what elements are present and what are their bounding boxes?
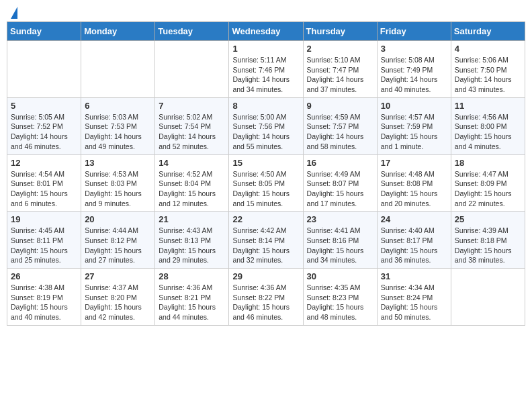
calendar-cell: 12Sunrise: 4:54 AMSunset: 8:01 PMDayligh… (7, 154, 81, 212)
day-number: 14 (159, 158, 225, 168)
day-number: 5 (11, 101, 77, 111)
day-info: Sunrise: 4:34 AMSunset: 8:24 PMDaylight:… (381, 283, 447, 322)
day-number: 15 (232, 158, 299, 168)
calendar-cell: 27Sunrise: 4:37 AMSunset: 8:20 PMDayligh… (81, 269, 155, 326)
calendar-cell: 13Sunrise: 4:53 AMSunset: 8:03 PMDayligh… (81, 154, 155, 212)
day-info: Sunrise: 4:54 AMSunset: 8:01 PMDaylight:… (11, 169, 77, 209)
calendar-cell: 9Sunrise: 4:59 AMSunset: 7:57 PMDaylight… (303, 97, 377, 154)
calendar-cell: 31Sunrise: 4:34 AMSunset: 8:24 PMDayligh… (377, 269, 451, 326)
calendar-cell: 29Sunrise: 4:36 AMSunset: 8:22 PMDayligh… (229, 269, 303, 326)
day-number: 12 (11, 158, 77, 168)
calendar-week-row: 5Sunrise: 5:05 AMSunset: 7:52 PMDaylight… (7, 97, 525, 154)
day-number: 30 (307, 271, 373, 281)
day-info: Sunrise: 5:11 AMSunset: 7:46 PMDaylight:… (232, 55, 299, 95)
day-info: Sunrise: 4:42 AMSunset: 8:14 PMDaylight:… (232, 226, 299, 265)
calendar-header-thursday: Thursday (303, 22, 377, 41)
calendar-cell (451, 269, 525, 326)
day-info: Sunrise: 5:00 AMSunset: 7:56 PMDaylight:… (232, 112, 299, 152)
calendar-header-wednesday: Wednesday (229, 22, 303, 41)
calendar-cell (155, 41, 229, 98)
calendar-cell: 19Sunrise: 4:45 AMSunset: 8:11 PMDayligh… (7, 212, 81, 269)
page-header (7, 7, 525, 16)
day-info: Sunrise: 4:50 AMSunset: 8:05 PMDaylight:… (232, 169, 299, 209)
day-info: Sunrise: 4:53 AMSunset: 8:03 PMDaylight:… (85, 169, 151, 209)
calendar-header-row: SundayMondayTuesdayWednesdayThursdayFrid… (7, 22, 525, 41)
day-info: Sunrise: 4:39 AMSunset: 8:18 PMDaylight:… (455, 226, 521, 265)
day-number: 8 (232, 101, 299, 111)
day-number: 2 (307, 44, 373, 54)
day-info: Sunrise: 4:40 AMSunset: 8:17 PMDaylight:… (381, 226, 447, 265)
day-info: Sunrise: 4:36 AMSunset: 8:22 PMDaylight:… (232, 283, 299, 322)
calendar-cell: 24Sunrise: 4:40 AMSunset: 8:17 PMDayligh… (377, 212, 451, 269)
calendar-cell: 2Sunrise: 5:10 AMSunset: 7:47 PMDaylight… (303, 41, 377, 98)
day-info: Sunrise: 4:57 AMSunset: 7:59 PMDaylight:… (381, 112, 447, 152)
calendar-cell: 15Sunrise: 4:50 AMSunset: 8:05 PMDayligh… (229, 154, 303, 212)
calendar-cell: 21Sunrise: 4:43 AMSunset: 8:13 PMDayligh… (155, 212, 229, 269)
calendar-cell: 30Sunrise: 4:35 AMSunset: 8:23 PMDayligh… (303, 269, 377, 326)
day-number: 9 (307, 101, 373, 111)
day-info: Sunrise: 4:45 AMSunset: 8:11 PMDaylight:… (11, 226, 77, 265)
day-info: Sunrise: 5:08 AMSunset: 7:49 PMDaylight:… (381, 55, 447, 95)
day-info: Sunrise: 4:44 AMSunset: 8:12 PMDaylight:… (85, 226, 151, 265)
calendar-cell: 3Sunrise: 5:08 AMSunset: 7:49 PMDaylight… (377, 41, 451, 98)
calendar-cell: 8Sunrise: 5:00 AMSunset: 7:56 PMDaylight… (229, 97, 303, 154)
calendar-cell: 7Sunrise: 5:02 AMSunset: 7:54 PMDaylight… (155, 97, 229, 154)
calendar-cell: 28Sunrise: 4:36 AMSunset: 8:21 PMDayligh… (155, 269, 229, 326)
calendar-week-row: 26Sunrise: 4:38 AMSunset: 8:19 PMDayligh… (7, 269, 525, 326)
calendar-week-row: 1Sunrise: 5:11 AMSunset: 7:46 PMDaylight… (7, 41, 525, 98)
day-number: 19 (11, 214, 77, 224)
day-number: 23 (307, 214, 373, 224)
day-info: Sunrise: 4:47 AMSunset: 8:09 PMDaylight:… (455, 169, 521, 209)
calendar-cell: 11Sunrise: 4:56 AMSunset: 8:00 PMDayligh… (451, 97, 525, 154)
calendar-header-sunday: Sunday (7, 22, 81, 41)
day-info: Sunrise: 4:59 AMSunset: 7:57 PMDaylight:… (307, 112, 373, 152)
day-number: 31 (381, 271, 447, 281)
day-number: 24 (381, 214, 447, 224)
day-number: 16 (307, 158, 373, 168)
calendar-header-saturday: Saturday (451, 22, 525, 41)
calendar-header-tuesday: Tuesday (155, 22, 229, 41)
day-number: 1 (232, 44, 299, 54)
calendar-cell: 22Sunrise: 4:42 AMSunset: 8:14 PMDayligh… (229, 212, 303, 269)
calendar-cell: 1Sunrise: 5:11 AMSunset: 7:46 PMDaylight… (229, 41, 303, 98)
day-info: Sunrise: 5:06 AMSunset: 7:50 PMDaylight:… (455, 55, 521, 95)
day-number: 20 (85, 214, 151, 224)
day-number: 11 (455, 101, 521, 111)
day-info: Sunrise: 4:56 AMSunset: 8:00 PMDaylight:… (455, 112, 521, 152)
day-info: Sunrise: 4:48 AMSunset: 8:08 PMDaylight:… (381, 169, 447, 209)
day-number: 18 (455, 158, 521, 168)
day-info: Sunrise: 5:05 AMSunset: 7:52 PMDaylight:… (11, 112, 77, 152)
calendar-cell: 16Sunrise: 4:49 AMSunset: 8:07 PMDayligh… (303, 154, 377, 212)
day-info: Sunrise: 4:52 AMSunset: 8:04 PMDaylight:… (159, 169, 225, 209)
logo (9, 7, 17, 16)
day-number: 25 (455, 214, 521, 224)
day-info: Sunrise: 4:35 AMSunset: 8:23 PMDaylight:… (307, 283, 373, 322)
day-number: 21 (159, 214, 225, 224)
day-number: 22 (232, 214, 299, 224)
calendar-cell (81, 41, 155, 98)
day-number: 4 (455, 44, 521, 54)
day-info: Sunrise: 4:37 AMSunset: 8:20 PMDaylight:… (85, 283, 151, 322)
day-number: 28 (159, 271, 225, 281)
day-info: Sunrise: 4:43 AMSunset: 8:13 PMDaylight:… (159, 226, 225, 265)
day-info: Sunrise: 4:41 AMSunset: 8:16 PMDaylight:… (307, 226, 373, 265)
calendar-cell: 14Sunrise: 4:52 AMSunset: 8:04 PMDayligh… (155, 154, 229, 212)
day-number: 10 (381, 101, 447, 111)
day-info: Sunrise: 5:10 AMSunset: 7:47 PMDaylight:… (307, 55, 373, 95)
calendar-week-row: 12Sunrise: 4:54 AMSunset: 8:01 PMDayligh… (7, 154, 525, 212)
logo-triangle-icon (11, 7, 17, 19)
day-number: 29 (232, 271, 299, 281)
day-number: 3 (381, 44, 447, 54)
calendar-cell: 20Sunrise: 4:44 AMSunset: 8:12 PMDayligh… (81, 212, 155, 269)
calendar-cell: 18Sunrise: 4:47 AMSunset: 8:09 PMDayligh… (451, 154, 525, 212)
day-info: Sunrise: 4:38 AMSunset: 8:19 PMDaylight:… (11, 283, 77, 322)
calendar-week-row: 19Sunrise: 4:45 AMSunset: 8:11 PMDayligh… (7, 212, 525, 269)
day-info: Sunrise: 5:02 AMSunset: 7:54 PMDaylight:… (159, 112, 225, 152)
day-number: 27 (85, 271, 151, 281)
day-number: 7 (159, 101, 225, 111)
calendar-cell (7, 41, 81, 98)
calendar-header-friday: Friday (377, 22, 451, 41)
calendar-table: SundayMondayTuesdayWednesdayThursdayFrid… (7, 21, 525, 326)
day-number: 13 (85, 158, 151, 168)
day-info: Sunrise: 4:49 AMSunset: 8:07 PMDaylight:… (307, 169, 373, 209)
